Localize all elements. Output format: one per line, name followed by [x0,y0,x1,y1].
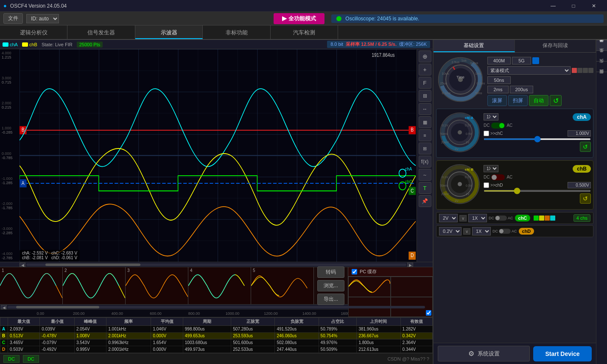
vtab-probe[interactable]: 探头 [596,61,607,72]
cha-reset-btn[interactable]: ↺ [580,142,591,152]
h-scrollbar[interactable]: ◀ ▶ [0,262,433,267]
chc-volt-select[interactable]: 2V [439,214,458,222]
export-btn[interactable]: 导出... [317,294,344,305]
id-select[interactable]: ID: auto [26,14,59,23]
tab-nonstandard[interactable]: 非标功能 [203,25,270,39]
zoom-fit-btn[interactable]: ⊕ [419,50,431,62]
svg-text:25us: 25us [440,81,448,85]
chb-reset-btn[interactable]: ↺ [580,193,591,204]
chb-section: ch: B 0.1V 50mV 20mV 0.2V 0.5V 1V 2V [436,160,593,210]
meas-row-c: C 3.465V -0.079V 3.543V 0.9963kHz 1.654V… [0,339,433,346]
fullmode-btn[interactable]: ▶ 全功能模式 [274,13,324,24]
svg-text:ch: A: ch: A [465,116,473,120]
measure-btn[interactable]: ▦ [419,116,431,128]
svg-point-62 [458,182,462,186]
vtab-scope[interactable]: 示波器 [596,40,607,50]
grid-btn[interactable]: ⊞ [419,90,431,102]
tab-logic[interactable]: 逻辑分析仪 [0,25,67,39]
waveform-btn[interactable]: 📌 [419,195,431,207]
chb-probe-select[interactable]: 1X [484,165,498,172]
pc-cache-item-checkbox[interactable] [426,310,431,316]
svg-text:Time: Time [456,75,464,79]
chb-knob[interactable]: ch: B 0.1V 50mV 20mV 0.2V 0.5V 1V 2V [439,163,481,205]
svg-point-48 [458,130,462,134]
chb-coupling-toggle[interactable] [491,174,505,180]
time-200us-input[interactable] [510,86,533,93]
wf-thumb-5[interactable]: 5 [251,267,314,304]
footer-text: CSDN @? Miss?? ? [387,356,429,361]
file-btn[interactable]: 文件 [3,13,23,24]
footer: DC DC CSDN @? Miss?? ? [0,353,433,364]
svg-rect-24 [188,267,251,304]
chb-toggle-btn[interactable]: chB [573,165,591,173]
pc-cache-section: PC 缓存 [348,267,433,304]
cha-coupling-toggle[interactable] [491,123,505,129]
svg-text:0.2V: 0.2V [465,176,471,179]
wf-thumb-3[interactable]: 3 [126,267,188,304]
tab-auto[interactable]: 汽车检测 [271,25,338,39]
tab-signal[interactable]: 信号发生器 [67,25,135,39]
chd-volt-select[interactable]: 0.2V [439,227,462,235]
chc-toggle-btn[interactable]: chC [515,215,531,221]
svg-rect-22 [63,267,125,304]
scroll-btn[interactable]: 滚屏 [487,95,507,106]
tab-basic-settings[interactable]: 基础设置 [434,40,515,52]
decode-btn[interactable]: ～ [419,169,431,181]
scope-display: B B A C [20,49,416,262]
meas-row-b: B 0.513V -0.478V 1.008V 2.001kHz 0.000V … [0,333,433,339]
vtabs: 示波器 采集卡 探头 逻辑探头 [596,40,607,364]
time-reset-btn[interactable]: ↺ [550,95,562,106]
svg-text:2.5us: 2.5us [451,60,459,64]
chc-coupling-toggle[interactable] [495,216,507,221]
chc-probe-select[interactable]: 1X [468,214,487,222]
time-knob[interactable]: 2.5us 1us 0.2us 10us 25us 0.1ms 50ns 0.2… [436,55,485,104]
maximize-btn[interactable]: □ [564,0,583,12]
wf-thumb-4[interactable]: 4 [188,267,251,304]
tab-scope[interactable]: 示波器 [135,25,203,39]
svg-text:1us: 1us [461,59,467,62]
browse-btn[interactable]: 浏览... [317,280,344,291]
wf-thumb-2[interactable]: 2 [63,267,126,304]
sample-rate-2-input[interactable] [512,57,531,64]
sample-rate-1-input[interactable] [487,57,511,64]
time-2ms-input[interactable] [487,86,509,93]
cha-toggle-btn[interactable]: chA [573,113,591,121]
math-btn[interactable]: f(x) [419,156,431,168]
cha-knob[interactable]: ch: A 0.1V 50mV 20mV 0.2V 0.5V 1V 2V [439,111,481,154]
pc-cache-checkbox[interactable] [352,269,357,274]
zoom-in-btn[interactable]: + [419,64,431,76]
freeze-btn[interactable]: F [419,77,431,89]
svg-text:0.5V: 0.5V [466,184,472,187]
minimize-btn[interactable]: — [543,0,563,12]
chd-coupling-toggle[interactable] [499,229,511,234]
close-btn[interactable]: ✕ [584,0,604,12]
svg-text:50mV: 50mV [440,132,448,135]
chd-toggle-btn[interactable]: chD [519,228,534,235]
chs-badge: 4 chs [573,214,590,222]
svg-text:50ns: 50ns [475,91,482,95]
settings-btn[interactable]: ⚙ 系统设置 [438,346,530,361]
svg-text:0.1V: 0.1V [442,176,448,179]
vtab-logic-probe[interactable]: 逻辑探头 [596,72,607,82]
ch-disp-btn[interactable]: ⊞ [419,143,431,154]
bottom-right-bar: ⚙ 系统设置 Start Device [434,343,596,364]
auto-btn[interactable]: 自动 [529,95,548,106]
cha-volt-slider[interactable] [484,138,591,140]
tab-save-replay[interactable]: 保存与回读 [515,40,596,52]
ref-btn[interactable]: ≡ [419,129,431,141]
cursor-btn[interactable]: ↔ [419,103,431,115]
dc-badge-2: DC [23,355,39,363]
vtab-capture[interactable]: 采集卡 [596,50,607,61]
convert-btn[interactable]: 转码 [317,266,344,278]
chd-probe-select[interactable]: 1X [472,227,491,235]
trigger-btn[interactable]: T [419,182,431,194]
time-ns-input[interactable] [487,76,511,84]
mode-select[interactable]: 紧凑模式 [487,66,571,75]
dc-badge-1: DC [3,355,20,363]
start-device-btn[interactable]: Start Device [533,346,592,361]
sweep-btn[interactable]: 扫屏 [508,95,528,106]
svg-text:chA: chA [405,167,412,172]
cha-probe-select[interactable]: 1X [484,113,498,120]
chb-volt-slider[interactable] [484,190,591,192]
wf-thumb-1[interactable]: 1 [0,267,63,304]
